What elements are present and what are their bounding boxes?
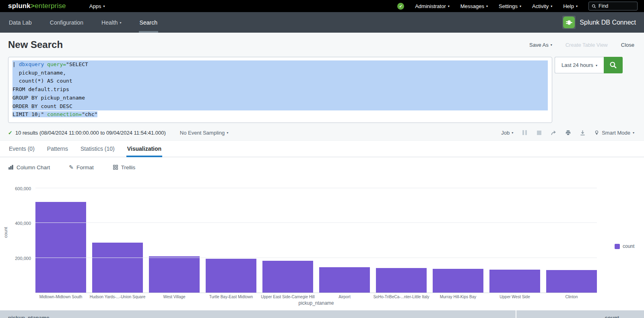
chart-bar[interactable] bbox=[262, 261, 313, 293]
administrator-menu[interactable]: Administrator ▾ bbox=[415, 3, 450, 9]
event-sampling-dropdown[interactable]: No Event Sampling ▾ bbox=[180, 130, 228, 136]
format-button[interactable]: ✎ Format bbox=[69, 164, 94, 170]
trellis-grid-icon bbox=[113, 164, 118, 170]
find-input[interactable] bbox=[599, 3, 634, 9]
tab-label: Statistics (10) bbox=[80, 145, 115, 152]
create-table-view-label: Create Table View bbox=[566, 42, 608, 48]
x-tick-label: Midtown-Midtown South bbox=[39, 295, 83, 299]
query-line: GROUP BY pickup_ntaname bbox=[12, 94, 548, 102]
activity-menu[interactable]: Activity ▾ bbox=[532, 3, 552, 9]
splunk-logo[interactable]: splunk>enterprise bbox=[8, 2, 66, 10]
query-token: "SELECT bbox=[66, 61, 88, 67]
chart-type-button[interactable]: Column Chart bbox=[8, 164, 50, 170]
save-as-label: Save As bbox=[529, 42, 549, 48]
chevron-down-icon: ▾ bbox=[520, 5, 521, 8]
x-tick-label: Clinton bbox=[565, 295, 578, 299]
create-table-view-button[interactable]: Create Table View bbox=[566, 42, 608, 48]
close-button[interactable]: Close bbox=[621, 42, 634, 48]
logo-splunk: splunk bbox=[8, 2, 31, 10]
nav-item-configuration[interactable]: Configuration bbox=[49, 12, 84, 33]
trellis-button[interactable]: Trellis bbox=[113, 164, 136, 170]
tab-label: Events (0) bbox=[9, 145, 35, 152]
pause-job-icon[interactable] bbox=[522, 130, 528, 136]
chevron-down-icon: ▾ bbox=[120, 21, 122, 25]
apps-menu[interactable]: Apps ▾ bbox=[89, 3, 105, 9]
query-token: LIMIT 10;" bbox=[12, 111, 47, 117]
query-token: connection= bbox=[47, 111, 82, 117]
app-identity[interactable]: Splunk DB Connect bbox=[562, 12, 636, 33]
messages-menu[interactable]: Messages ▾ bbox=[460, 3, 488, 9]
chart-bar[interactable] bbox=[546, 270, 597, 293]
chart-bar[interactable] bbox=[489, 270, 540, 293]
query-line: ORDER BY count DESC bbox=[12, 102, 548, 111]
x-tick-label: West Village bbox=[163, 295, 185, 299]
logo-enterprise: enterprise bbox=[35, 2, 66, 10]
query-token bbox=[44, 61, 47, 67]
event-sampling-label: No Event Sampling bbox=[180, 130, 225, 136]
x-tick-label: Murray Hill-Kips Bay bbox=[440, 295, 477, 299]
query-line: count(*) AS count bbox=[12, 77, 548, 85]
export-download-icon[interactable] bbox=[580, 130, 586, 136]
health-status-ok-icon[interactable]: ✓ bbox=[397, 3, 404, 10]
tab-events[interactable]: Events (0) bbox=[8, 141, 35, 157]
app-nav-bar: Data Lab Configuration Health ▾ Search S… bbox=[0, 12, 644, 33]
query-token: FROM default.trips bbox=[12, 86, 69, 92]
x-tick-cell: Midtown-Midtown South bbox=[35, 295, 86, 299]
splunk-window: splunk>enterprise Apps ▾ ✓ Administrator… bbox=[0, 0, 644, 318]
x-tick-label: Upper West Side bbox=[500, 295, 530, 299]
share-job-icon[interactable] bbox=[551, 130, 557, 136]
chart-bar[interactable] bbox=[149, 256, 200, 293]
chevron-down-icon: ▾ bbox=[227, 131, 228, 135]
y-tick-label: 600,000 bbox=[15, 186, 31, 191]
settings-menu[interactable]: Settings ▾ bbox=[499, 3, 521, 9]
legend-label: count bbox=[623, 243, 634, 249]
search-query-editor[interactable]: | dbxquery query="SELECT pickup_ntaname,… bbox=[8, 57, 552, 123]
job-menu[interactable]: Job ▾ bbox=[501, 130, 513, 136]
tab-visualization[interactable]: Visualization bbox=[126, 141, 162, 157]
stop-job-icon[interactable] bbox=[536, 130, 542, 136]
x-tick-cell: SoHo-TriBeCa-...nter-Little Italy bbox=[376, 295, 427, 299]
x-tick-cell: Hudson Yards-...-Union Square bbox=[92, 295, 143, 299]
query-token: dbxquery bbox=[19, 61, 44, 67]
help-menu[interactable]: Help ▾ bbox=[563, 3, 578, 9]
gridline bbox=[35, 258, 597, 258]
x-tick-label: Upper East Side-Carnegie Hill bbox=[261, 295, 314, 299]
save-as-button[interactable]: Save As ▾ bbox=[529, 42, 552, 48]
x-tick-label: SoHo-TriBeCa-...nter-Little Italy bbox=[373, 295, 429, 299]
chevron-down-icon: ▾ bbox=[551, 44, 552, 47]
nav-item-search[interactable]: Search bbox=[139, 12, 158, 33]
app-name: Splunk DB Connect bbox=[580, 19, 636, 26]
x-tick-cell: Turtle Bay-East Midtown bbox=[206, 295, 256, 299]
x-tick-cell: Upper West Side bbox=[489, 295, 540, 299]
results-bar: ✓ 10 results (08/04/2024 11:00:00.000 to… bbox=[0, 125, 644, 140]
nav-item-health[interactable]: Health ▾ bbox=[101, 12, 122, 33]
tab-statistics[interactable]: Statistics (10) bbox=[80, 141, 116, 157]
topbar: splunk>enterprise Apps ▾ ✓ Administrator… bbox=[0, 0, 644, 12]
chart-bar[interactable] bbox=[92, 243, 143, 293]
column-header-count[interactable]: count bbox=[516, 310, 644, 318]
print-icon[interactable] bbox=[565, 130, 571, 136]
find-search-box[interactable] bbox=[588, 2, 638, 10]
nav-item-data-lab[interactable]: Data Lab bbox=[8, 12, 33, 33]
search-bar-area: | dbxquery query="SELECT pickup_ntaname,… bbox=[0, 57, 644, 125]
chart-legend[interactable]: count bbox=[615, 243, 634, 249]
viz-toolbar: Column Chart ✎ Format Trellis bbox=[0, 157, 644, 177]
chart-bars bbox=[35, 178, 597, 293]
tab-patterns[interactable]: Patterns bbox=[46, 141, 69, 157]
query-token: query= bbox=[47, 61, 66, 67]
settings-menu-label: Settings bbox=[499, 3, 518, 9]
format-label: Format bbox=[76, 164, 94, 170]
chart-bar[interactable] bbox=[206, 259, 256, 293]
run-search-button[interactable] bbox=[604, 57, 623, 73]
topbar-right: ✓ Administrator ▾ Messages ▾ Settings ▾ … bbox=[397, 2, 638, 10]
time-range-picker[interactable]: Last 24 hours ▾ bbox=[555, 57, 604, 73]
messages-menu-label: Messages bbox=[460, 3, 484, 9]
column-header-pickup-ntaname[interactable]: pickup_ntaname bbox=[0, 310, 516, 318]
search-mode-dropdown[interactable]: Smart Mode ▾ bbox=[594, 130, 634, 136]
chart-bar[interactable] bbox=[35, 202, 86, 293]
query-token: count(*) AS count bbox=[12, 78, 72, 84]
plug-icon bbox=[563, 17, 575, 28]
chart-bar[interactable] bbox=[376, 268, 427, 293]
chart-bar[interactable] bbox=[433, 269, 483, 293]
chart-bar[interactable] bbox=[319, 267, 370, 293]
